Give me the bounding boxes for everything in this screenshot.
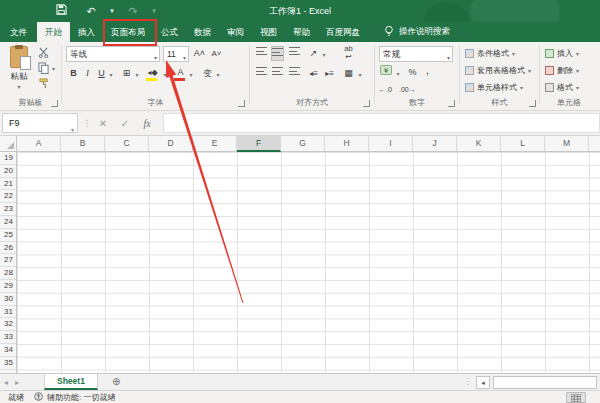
column-header-k[interactable]: K [457, 136, 501, 151]
font-name-combo[interactable]: 等线▾ [66, 46, 160, 62]
number-format-combo[interactable]: 常规▾ [379, 46, 453, 62]
decrease-indent-icon[interactable]: ◂≡ [307, 66, 320, 81]
bold-button[interactable]: B [67, 66, 80, 81]
normal-view-icon[interactable] [566, 392, 586, 403]
row-header-21[interactable]: 21 [0, 178, 16, 191]
phonetic-guide-icon[interactable]: 变 [201, 66, 214, 81]
row-header-31[interactable]: 31 [0, 306, 16, 319]
column-header-c[interactable]: C [105, 136, 149, 151]
column-header-m[interactable]: M [545, 136, 589, 151]
copy-icon[interactable] [38, 62, 49, 76]
accounting-format-icon[interactable]: ¥ [379, 65, 392, 80]
align-left-icon[interactable] [255, 66, 268, 81]
fill-color-dropdown-icon[interactable]: ▾ [161, 68, 169, 83]
select-all-corner[interactable] [0, 136, 17, 151]
decrease-decimal-icon[interactable]: .00→ [399, 82, 416, 97]
insert-function-icon[interactable]: fx [136, 118, 158, 129]
sheet-nav-left-icon[interactable]: ◂ [4, 378, 8, 387]
font-color-dropdown-icon[interactable]: ▾ [187, 68, 195, 83]
column-header-b[interactable]: B [61, 136, 105, 151]
column-header-d[interactable]: D [149, 136, 193, 151]
orientation-dropdown-icon[interactable]: ▾ [320, 48, 328, 63]
styles-dialog-launcher-icon[interactable] [529, 100, 536, 107]
sheet-tab-sheet1[interactable]: Sheet1 [44, 374, 98, 390]
column-header-j[interactable]: J [413, 136, 457, 151]
column-header-h[interactable]: H [325, 136, 369, 151]
tab-view[interactable]: 视图 [252, 22, 285, 42]
row-header-32[interactable]: 32 [0, 318, 16, 331]
column-header-e[interactable]: E [193, 136, 237, 151]
spreadsheet-cells[interactable] [17, 152, 600, 373]
row-header-20[interactable]: 20 [0, 165, 16, 178]
new-sheet-icon[interactable]: ⊕ [112, 376, 120, 387]
borders-icon[interactable]: ⊞ [120, 66, 133, 81]
font-color-icon[interactable]: A [174, 65, 187, 80]
row-header-24[interactable]: 24 [0, 216, 16, 229]
italic-button[interactable]: I [81, 66, 94, 81]
tab-data[interactable]: 数据 [186, 22, 219, 42]
column-header-g[interactable]: G [281, 136, 325, 151]
tab-help[interactable]: 帮助 [285, 22, 318, 42]
column-header-a[interactable]: A [17, 136, 61, 151]
horizontal-scrollbar-thumb[interactable] [493, 376, 597, 389]
row-header-29[interactable]: 29 [0, 280, 16, 293]
cancel-icon[interactable]: ✕ [92, 118, 114, 129]
sheet-nav-right-icon[interactable]: ▸ [15, 378, 19, 387]
paste-button[interactable]: 粘贴 ▾ [6, 46, 32, 90]
tab-baidu-netdisk[interactable]: 百度网盘 [318, 22, 368, 42]
column-header-f[interactable]: F [237, 136, 281, 152]
row-header-35[interactable]: 35 [0, 357, 16, 370]
percent-style-icon[interactable]: % [406, 65, 419, 80]
row-header-25[interactable]: 25 [0, 229, 16, 242]
name-box[interactable]: F9 ▾ [2, 113, 78, 133]
row-header-27[interactable]: 27 [0, 254, 16, 267]
row-header-22[interactable]: 22 [0, 190, 16, 203]
tab-file[interactable]: 文件 [0, 22, 37, 42]
row-header-34[interactable]: 34 [0, 344, 16, 357]
merge-center-icon[interactable]: ▦ [342, 66, 355, 81]
middle-align-icon[interactable] [271, 46, 284, 61]
format-as-table-button[interactable]: 套用表格格式▾ [465, 63, 531, 78]
scrollbar-split-handle[interactable]: ⋮ [464, 377, 472, 386]
clipboard-dialog-launcher-icon[interactable] [51, 100, 58, 107]
increase-decimal-icon[interactable]: ←.0 [379, 82, 392, 97]
tab-home[interactable]: 开始 [37, 22, 70, 42]
row-header-30[interactable]: 30 [0, 293, 16, 306]
font-dialog-launcher-icon[interactable] [238, 100, 245, 107]
fill-color-icon[interactable]: ◂◆ [146, 65, 159, 80]
format-painter-icon[interactable] [38, 78, 50, 91]
wrap-text-icon[interactable]: ab↩ [342, 45, 355, 60]
row-header-28[interactable]: 28 [0, 267, 16, 280]
bottom-align-icon[interactable] [288, 46, 301, 61]
tab-review[interactable]: 审阅 [219, 22, 252, 42]
row-header-26[interactable]: 26 [0, 242, 16, 255]
spreadsheet-grid[interactable]: 192021222324252627282930313233343536 [0, 152, 600, 373]
decrease-font-size-icon[interactable]: A˅ [210, 46, 223, 61]
scroll-left-icon[interactable]: ◂ [476, 376, 490, 389]
increase-indent-icon[interactable]: ▸≡ [323, 66, 336, 81]
borders-dropdown-icon[interactable]: ▾ [133, 68, 141, 83]
cut-icon[interactable] [38, 47, 49, 60]
delete-cells-button[interactable]: 删除▾ [545, 63, 579, 78]
row-header-19[interactable]: 19 [0, 152, 16, 165]
column-header-i[interactable]: I [369, 136, 413, 151]
column-header-l[interactable]: L [501, 136, 545, 151]
accounting-dropdown-icon[interactable]: ▾ [394, 67, 402, 82]
tab-formulas[interactable]: 公式 [153, 22, 186, 42]
orientation-icon[interactable]: ↗ [307, 46, 320, 61]
conditional-formatting-button[interactable]: 条件格式▾ [465, 46, 515, 61]
align-right-icon[interactable] [288, 66, 301, 81]
row-header-33[interactable]: 33 [0, 331, 16, 344]
alignment-dialog-launcher-icon[interactable] [363, 100, 370, 107]
enter-icon[interactable]: ✓ [114, 118, 136, 129]
formula-bar-handle[interactable]: ⋮ [82, 118, 92, 128]
format-cells-button[interactable]: 格式▾ [545, 80, 579, 95]
row-header-23[interactable]: 23 [0, 203, 16, 216]
align-center-icon[interactable] [271, 66, 284, 81]
font-size-combo[interactable]: 11▾ [163, 46, 189, 62]
merge-dropdown-icon[interactable]: ▾ [356, 68, 364, 83]
copy-dropdown-icon[interactable]: ▾ [52, 65, 55, 72]
number-dialog-launcher-icon[interactable] [448, 100, 455, 107]
top-align-icon[interactable] [255, 46, 268, 61]
phonetic-dropdown-icon[interactable]: ▾ [214, 68, 222, 83]
